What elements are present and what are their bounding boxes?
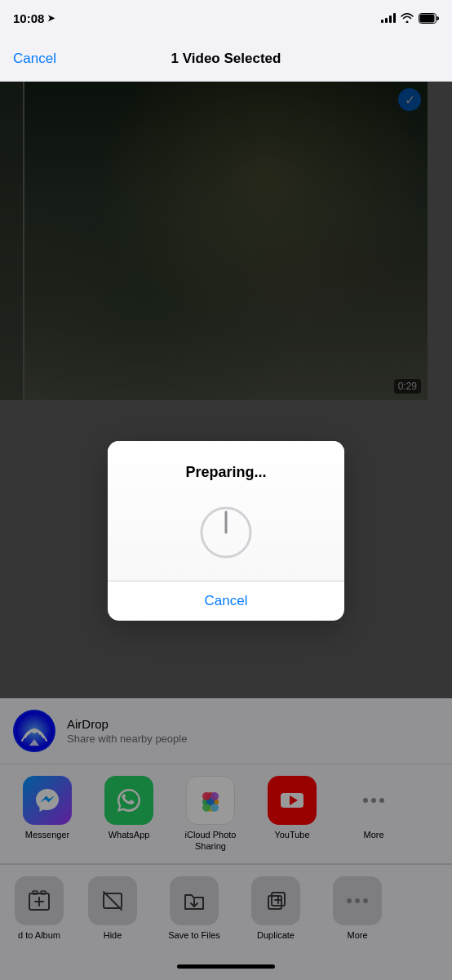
location-icon: ➤ [47, 13, 55, 24]
svg-rect-1 [420, 14, 435, 22]
status-time: 10:08 ➤ [13, 11, 55, 25]
battery-icon [419, 13, 439, 24]
nav-cancel-button[interactable]: Cancel [13, 51, 56, 67]
modal-cancel-button[interactable]: Cancel [108, 581, 344, 621]
preparing-modal: Preparing... Cancel [108, 441, 344, 621]
nav-title: 1 Video Selected [171, 51, 281, 67]
time-display: 10:08 [13, 11, 44, 25]
nav-bar: Cancel 1 Video Selected [0, 36, 452, 82]
signal-icon [381, 13, 396, 23]
modal-spinner-container [197, 504, 255, 561]
modal-title: Preparing... [185, 464, 266, 481]
spinner-svg [197, 504, 255, 561]
wifi-icon [401, 13, 414, 23]
status-icons [381, 13, 439, 24]
modal-overlay: Preparing... Cancel [0, 82, 452, 980]
status-bar: 10:08 ➤ [0, 0, 452, 36]
modal-body: Preparing... [108, 441, 344, 581]
